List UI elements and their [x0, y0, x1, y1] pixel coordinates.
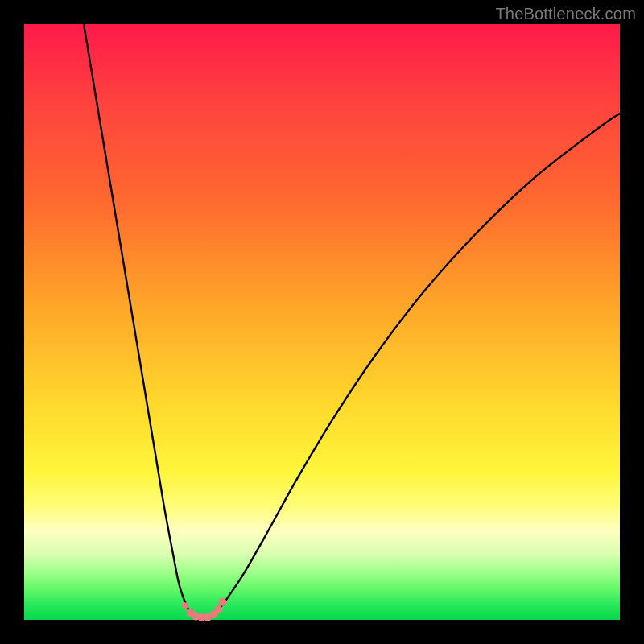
watermark-text: TheBottleneck.com [495, 5, 636, 23]
bottleneck-curve-svg [24, 24, 620, 620]
valley-marker-dot [214, 605, 222, 613]
chart-frame: TheBottleneck.com [0, 0, 644, 644]
valley-marker-group [182, 598, 227, 621]
valley-marker-dot [218, 598, 226, 606]
valley-marker-dot [182, 602, 188, 609]
plot-gradient-area [24, 24, 620, 620]
bottleneck-curve-path [84, 24, 620, 619]
